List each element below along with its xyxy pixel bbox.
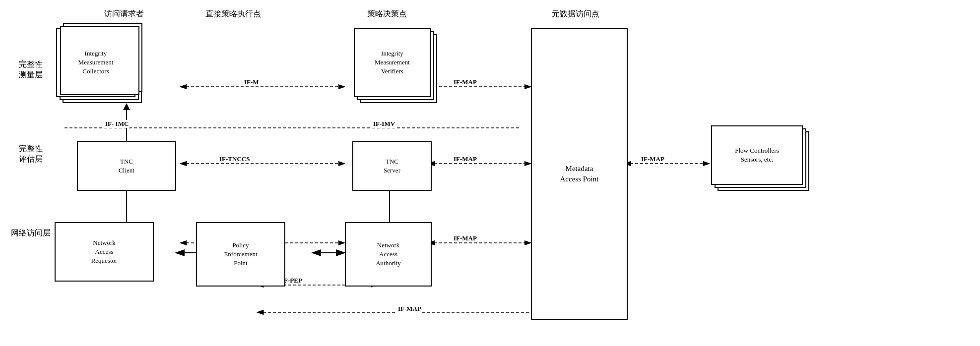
pep-box: PolicyEnforcementPoint <box>196 222 285 287</box>
label-direct-pep: 直接策略执行点 <box>194 9 273 19</box>
map-box: MetadataAccess Point <box>531 28 628 320</box>
label-evaluation-layer: 完整性 评估层 <box>11 144 51 165</box>
diagram: 访问请求者 直接策略执行点 策略决策点 元数据访问点 完整性 测量层 完整性 评… <box>0 0 980 346</box>
imc-box: IntegrityMeasurementCollectors <box>56 28 135 97</box>
if-map-bottom-label: IF-MAP <box>397 305 422 313</box>
flow-box: Flow ControllersSensors, etc. <box>711 125 803 185</box>
if-imc-label: IF- IMC <box>104 120 130 128</box>
label-metadata-access: 元数据访问点 <box>521 9 630 19</box>
nar-box: NetworkAccessRequestor <box>55 222 154 282</box>
imv-box: IntegrityMeasurementVerifiers <box>354 28 431 97</box>
label-access-requester: 访问请求者 <box>84 9 164 19</box>
if-map-imv-label: IF-MAP <box>453 78 478 86</box>
if-map-tnc-label: IF-MAP <box>453 155 478 163</box>
tnc-client-box: TNCClient <box>77 141 176 191</box>
if-m-label: IF-M <box>243 78 260 86</box>
naa-box: NetworkAccessAuthority <box>345 222 432 287</box>
if-map-naa-label: IF-MAP <box>453 234 478 242</box>
if-map-flow-label: IF-MAP <box>640 155 665 163</box>
label-integrity-layer: 完整性 测量层 <box>11 59 51 80</box>
if-tnccs-label: IF-TNCCS <box>218 155 251 163</box>
svg-marker-23 <box>123 103 130 110</box>
tnc-server-box: TNCServer <box>352 141 432 191</box>
label-network-layer: 网络访问层 <box>11 228 51 238</box>
if-imv-label: IF-IMV <box>372 120 396 128</box>
label-policy-decision: 策略决策点 <box>347 9 427 19</box>
